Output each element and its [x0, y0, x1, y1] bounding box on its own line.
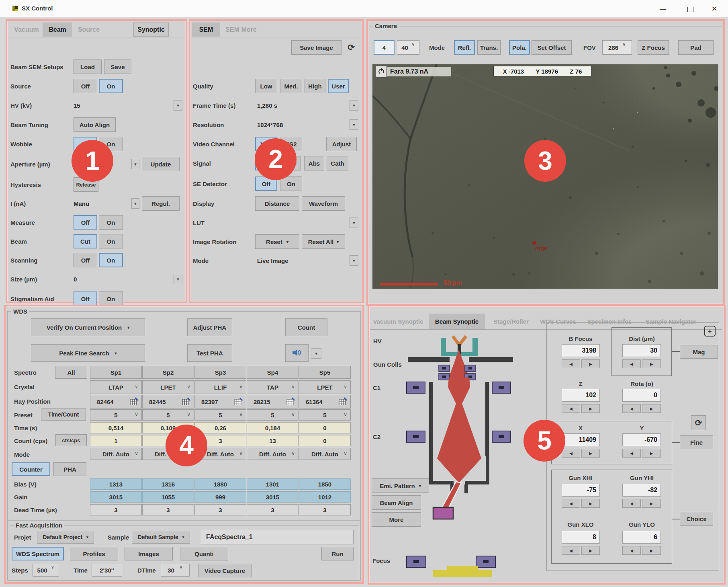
keypad-icon[interactable] — [182, 397, 192, 408]
tab-beam-synoptic[interactable]: Beam Synoptic — [429, 314, 485, 329]
tab-vacuum[interactable]: Vacuum — [11, 23, 42, 37]
measure-on-button[interactable]: On — [99, 215, 123, 230]
pola-button[interactable]: Pola. — [509, 40, 530, 55]
keypad-icon[interactable] — [130, 397, 139, 408]
crystal-combo[interactable]: LPET∨ — [299, 380, 351, 394]
rota-decrement[interactable]: ◀ — [622, 404, 641, 413]
tab-stage-roller[interactable]: Stage/Roller — [487, 314, 535, 329]
refresh-image-icon[interactable]: ⟳ — [344, 40, 358, 55]
dist-increment[interactable]: ▶ — [642, 359, 661, 368]
ray-position-cell[interactable]: 82445 — [142, 395, 194, 408]
minimize-button[interactable]: — — [655, 3, 671, 14]
fov-combo[interactable]: 286∨ — [602, 40, 632, 55]
cts-cps-button[interactable]: cts/cps — [55, 434, 87, 446]
col-header-sp3[interactable]: Sp3 — [194, 366, 246, 379]
images-button[interactable]: Images — [125, 547, 173, 560]
set-offset-button[interactable]: Set Offset — [532, 40, 572, 55]
ray-position-cell[interactable]: 28215 — [247, 395, 299, 408]
i-na-dropdown-icon[interactable]: ▾ — [131, 198, 139, 209]
frame-time-value[interactable]: 1,280 s — [257, 102, 277, 109]
col-header-sp1[interactable]: Sp1 — [90, 366, 142, 379]
z-field[interactable]: 102 — [562, 389, 600, 402]
aperture-update-button[interactable]: Update — [142, 157, 180, 171]
resolution-value[interactable]: 1024*768 — [257, 121, 283, 128]
display-distance-button[interactable]: Distance — [255, 196, 299, 211]
fa-time-input[interactable]: 2'30'' — [92, 564, 122, 577]
gun-ylo-decrement[interactable]: ◀ — [622, 546, 641, 555]
more-button[interactable]: More — [372, 512, 421, 527]
lut-dropdown-icon[interactable]: ▾ — [350, 218, 358, 228]
hv-dropdown-icon[interactable]: ▾ — [174, 100, 182, 111]
maximize-button[interactable] — [682, 4, 698, 14]
xy-refresh-button[interactable]: ⟳ — [691, 415, 706, 430]
beam-on-button[interactable]: On — [99, 234, 123, 248]
se-detector-on-button[interactable]: On — [280, 177, 302, 191]
rotation-reset-all-button[interactable]: Reset All▾ — [302, 234, 345, 249]
profiles-button[interactable]: Profiles — [70, 547, 118, 560]
quanti-button[interactable]: Quanti — [180, 547, 228, 560]
wds-spectrum-button[interactable]: WDS Spectrum — [12, 547, 64, 560]
signal-cath-button[interactable]: Cath — [327, 156, 348, 170]
rota-increment[interactable]: ▶ — [642, 404, 661, 413]
camera-mag-combo[interactable]: 40∨ — [397, 40, 419, 55]
preset-combo[interactable]: 5∨ — [299, 409, 351, 421]
y-field[interactable]: -670 — [622, 433, 661, 446]
ray-position-cell[interactable]: 82464 — [90, 395, 142, 408]
scanning-on-button[interactable]: On — [99, 253, 123, 267]
keypad-icon[interactable] — [286, 397, 296, 408]
source-off-button[interactable]: Off — [74, 79, 97, 93]
peak-search-combo[interactable]: Peak Fine Search▾ — [31, 344, 145, 362]
gun-ylo-increment[interactable]: ▶ — [642, 546, 661, 555]
y-decrement[interactable]: ◀ — [622, 449, 641, 458]
gun-xlo-field[interactable]: 8 — [562, 531, 600, 544]
fine-button[interactable]: Fine — [680, 435, 713, 449]
pad-button[interactable]: Pad — [678, 40, 714, 55]
save-button[interactable]: Save — [104, 60, 131, 74]
preset-combo[interactable]: 5∨ — [247, 409, 299, 421]
mode-combo[interactable]: Diff. Auto∨ — [247, 448, 299, 460]
speaker-button[interactable] — [285, 344, 309, 362]
tab-sem[interactable]: SEM — [192, 23, 220, 37]
adjust-pha-button[interactable]: Adjust PHA — [187, 318, 232, 336]
i-na-value[interactable]: Manu — [74, 200, 89, 207]
sample-combo[interactable]: Default Sample▾ — [132, 531, 190, 544]
tab-beam[interactable]: Beam — [43, 23, 72, 37]
z-increment[interactable]: ▶ — [581, 404, 600, 413]
preset-combo[interactable]: 5∨ — [142, 409, 194, 421]
quality-user-button[interactable]: User — [328, 79, 349, 93]
preset-combo[interactable]: 5∨ — [90, 409, 142, 421]
col-header-sp4[interactable]: Sp4 — [247, 366, 299, 379]
count-button[interactable]: Count — [285, 318, 327, 336]
gun-yhi-field[interactable]: -82 — [622, 484, 661, 497]
gun-xlo-decrement[interactable]: ◀ — [562, 546, 580, 555]
emi-pattern-combo[interactable]: Emi. Pattern▾ — [372, 478, 429, 493]
dist-decrement[interactable]: ◀ — [622, 359, 641, 368]
video-capture-button[interactable]: Video Capture — [198, 564, 252, 577]
stigmatism-on-button[interactable]: On — [99, 291, 123, 306]
size-value[interactable]: 0 — [74, 276, 77, 283]
z-focus-button[interactable]: Z Focus — [638, 40, 669, 55]
gun-yhi-decrement[interactable]: ◀ — [622, 499, 641, 508]
ray-position-cell[interactable]: 82397 — [194, 395, 246, 408]
gun-ylo-field[interactable]: 6 — [622, 531, 661, 544]
dtime-combo[interactable]: 30∨ — [161, 564, 190, 577]
spectra-name-input[interactable]: FAcqSpectra_1 — [201, 530, 354, 544]
col-header-sp5[interactable]: Sp5 — [299, 366, 351, 379]
quality-low-button[interactable]: Low — [255, 79, 277, 93]
b-focus-decrement[interactable]: ◀ — [562, 359, 580, 368]
mode-value[interactable]: Live Image — [257, 257, 288, 264]
camera-spot-field[interactable]: 4 — [374, 40, 395, 55]
crystal-combo[interactable]: LTAP∨ — [90, 380, 142, 394]
tab-sem-more[interactable]: SEM More — [223, 23, 260, 37]
run-button[interactable]: Run — [321, 547, 354, 560]
pha-button[interactable]: PHA — [53, 462, 86, 476]
spectro-all-button[interactable]: All — [55, 366, 87, 379]
mode-combo[interactable]: Diff. Auto∨ — [299, 448, 351, 460]
crystal-combo[interactable]: TAP∨ — [247, 380, 299, 394]
size-dropdown-icon[interactable]: ▾ — [174, 274, 182, 284]
mag-button[interactable]: Mag — [680, 345, 718, 359]
speaker-dropdown-icon[interactable]: ▾ — [311, 348, 321, 359]
col-header-sp2[interactable]: Sp2 — [142, 366, 194, 379]
y-increment[interactable]: ▶ — [642, 449, 661, 458]
projet-combo[interactable]: Default Project▾ — [37, 531, 94, 544]
